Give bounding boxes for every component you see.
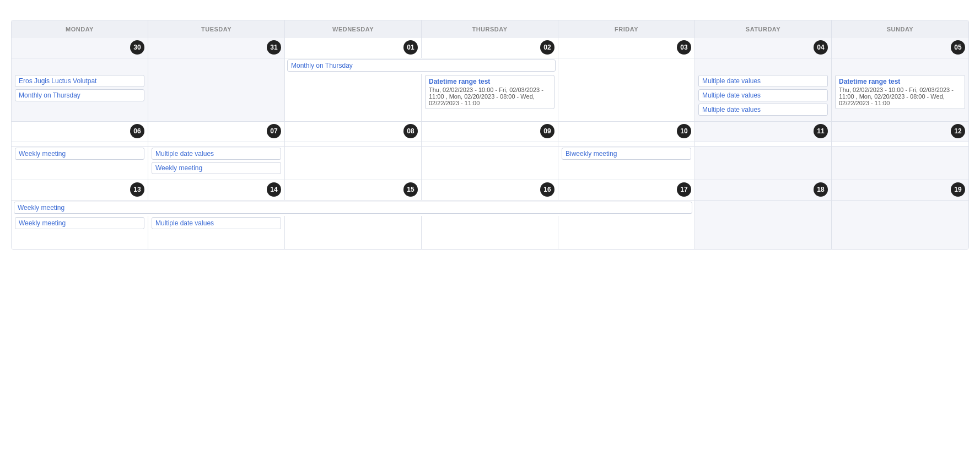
day-number: 30 (130, 40, 144, 55)
event-chip[interactable]: Multiple date values (698, 75, 828, 87)
day-number-cell: 31 (148, 38, 285, 58)
calendar-wrapper: MONDAYTUESDAYWEDNESDAYTHURSDAYFRIDAYSATU… (0, 20, 980, 261)
day-number: 11 (814, 124, 828, 138)
header-cell-sunday: SUNDAY (832, 20, 968, 38)
event-chip[interactable]: Multiple date values (698, 89, 828, 101)
day-number-cell: 06 (12, 122, 148, 142)
events-cell (422, 216, 558, 249)
day-number: 19 (951, 182, 965, 197)
event-chip[interactable]: Multiple date values (152, 217, 281, 229)
day-number-cell: 15 (285, 180, 422, 200)
day-number: 02 (540, 40, 554, 55)
day-number-cell: 04 (695, 38, 832, 58)
day-number: 16 (540, 182, 554, 197)
events-cell (422, 147, 558, 180)
events-cell (148, 74, 285, 121)
span-empty-cell (558, 58, 695, 74)
span-event-cell: Weekly meeting (12, 201, 695, 216)
event-detail-chip[interactable]: Datetime range testThu, 02/02/2023 - 10:… (425, 75, 554, 109)
day-number-cell: 03 (558, 38, 695, 58)
header-cell-friday: FRIDAY (558, 20, 695, 38)
day-number: 08 (403, 124, 418, 138)
events-cell (285, 74, 422, 121)
event-chip[interactable]: Multiple date values (152, 148, 281, 160)
events-cell: Multiple date valuesWeekly meeting (148, 147, 285, 180)
event-title: Datetime range test (839, 78, 961, 85)
event-chip[interactable]: Weekly meeting (152, 162, 281, 174)
span-event-cell: Monthly on Thursday (285, 58, 558, 74)
event-title: Datetime range test (429, 78, 551, 85)
events-cell (558, 216, 695, 249)
events-cell (832, 147, 968, 180)
day-number: 17 (677, 182, 691, 197)
day-number-cell: 14 (148, 180, 285, 200)
day-number-cell: 01 (285, 38, 422, 58)
header-cell-wednesday: WEDNESDAY (285, 20, 422, 38)
day-number-cell: 10 (558, 122, 695, 142)
events-cell (695, 216, 832, 249)
day-number-cell: 05 (832, 38, 968, 58)
events-cell: Datetime range testThu, 02/02/2023 - 10:… (832, 74, 968, 121)
event-dates: Thu, 02/02/2023 - 10:00 - Fri, 02/03/202… (839, 86, 961, 106)
event-chip[interactable]: Biweekly meeting (562, 148, 691, 160)
events-cell: Multiple date values (148, 216, 285, 249)
day-number: 01 (403, 40, 418, 55)
day-number-cell: 19 (832, 180, 968, 200)
events-cell (285, 147, 422, 180)
day-number: 14 (267, 182, 281, 197)
events-cell (285, 216, 422, 249)
header-cell-tuesday: TUESDAY (148, 20, 285, 38)
events-cell: Weekly meeting (12, 216, 148, 249)
events-cell: Datetime range testThu, 02/02/2023 - 10:… (422, 74, 558, 121)
day-number-cell: 11 (695, 122, 832, 142)
day-number-cell: 12 (832, 122, 968, 142)
day-number-cell: 13 (12, 180, 148, 200)
event-chip[interactable]: Eros Jugis Luctus Volutpat (15, 75, 144, 87)
calendar: MONDAYTUESDAYWEDNESDAYTHURSDAYFRIDAYSATU… (11, 20, 969, 250)
day-number: 10 (677, 124, 691, 138)
event-chip[interactable]: Monthly on Thursday (15, 89, 144, 101)
day-number: 12 (951, 124, 965, 138)
header-cell-saturday: SATURDAY (695, 20, 832, 38)
day-number: 05 (951, 40, 965, 55)
span-empty-cell (832, 201, 968, 216)
day-number-cell: 07 (148, 122, 285, 142)
day-number-cell: 18 (695, 180, 832, 200)
events-cell (695, 147, 832, 180)
day-number-cell: 08 (285, 122, 422, 142)
day-number: 06 (130, 124, 144, 138)
day-number: 15 (403, 182, 418, 197)
event-chip[interactable]: Multiple date values (698, 104, 828, 116)
events-cell: Multiple date valuesMultiple date values… (695, 74, 832, 121)
day-number: 07 (267, 124, 281, 138)
day-number: 13 (130, 182, 144, 197)
span-empty-cell (832, 58, 968, 74)
day-number-cell: 09 (422, 122, 558, 142)
event-detail-chip[interactable]: Datetime range testThu, 02/02/2023 - 10:… (835, 75, 965, 109)
page-title (0, 0, 980, 20)
day-number-cell: 16 (422, 180, 558, 200)
day-number-cell: 02 (422, 38, 558, 58)
header-cell-thursday: THURSDAY (422, 20, 558, 38)
span-empty-cell (695, 201, 832, 216)
span-event-chip[interactable]: Weekly meeting (14, 202, 692, 214)
events-cell: Eros Jugis Luctus VolutpatMonthly on Thu… (12, 74, 148, 121)
day-number-cell: 30 (12, 38, 148, 58)
span-empty-cell (12, 58, 148, 74)
span-event-chip[interactable]: Monthly on Thursday (287, 60, 556, 72)
day-number: 18 (814, 182, 828, 197)
events-cell: Biweekly meeting (558, 147, 695, 180)
span-empty-cell (148, 58, 285, 74)
events-cell (558, 74, 695, 121)
events-cell (832, 216, 968, 249)
events-cell: Weekly meeting (12, 147, 148, 180)
day-number-cell: 17 (558, 180, 695, 200)
day-number: 03 (677, 40, 691, 55)
event-chip[interactable]: Weekly meeting (15, 217, 144, 229)
span-empty-cell (695, 58, 832, 74)
day-number: 09 (540, 124, 554, 138)
event-dates: Thu, 02/02/2023 - 10:00 - Fri, 02/03/202… (429, 86, 551, 106)
day-number: 31 (267, 40, 281, 55)
day-number: 04 (814, 40, 828, 55)
event-chip[interactable]: Weekly meeting (15, 148, 144, 160)
